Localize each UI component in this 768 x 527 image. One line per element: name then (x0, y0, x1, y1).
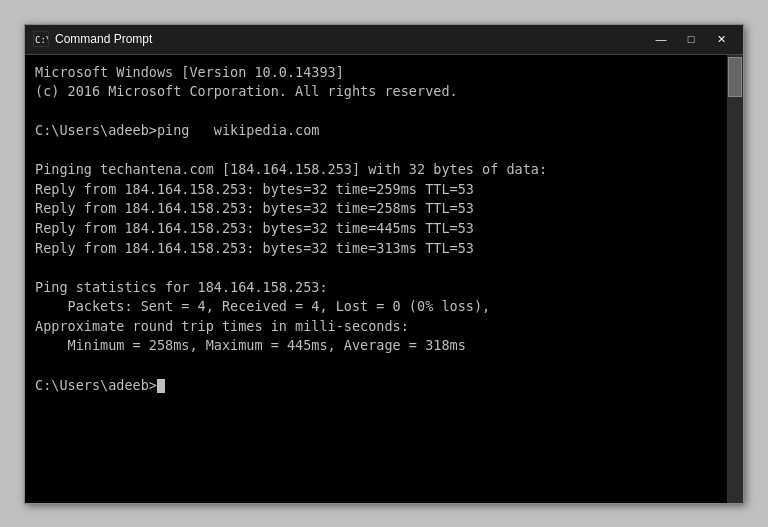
terminal-empty-line (35, 102, 717, 122)
svg-text:C:\: C:\ (35, 35, 48, 45)
terminal-line: Pinging techantena.com [184.164.158.253]… (35, 160, 717, 180)
terminal-empty-line (35, 258, 717, 278)
terminal-line: Reply from 184.164.158.253: bytes=32 tim… (35, 239, 717, 259)
minimize-button[interactable]: — (647, 28, 675, 50)
terminal-empty-line (35, 356, 717, 376)
terminal-line: Approximate round trip times in milli-se… (35, 317, 717, 337)
terminal-line: Reply from 184.164.158.253: bytes=32 tim… (35, 180, 717, 200)
terminal-line: Packets: Sent = 4, Received = 4, Lost = … (35, 297, 717, 317)
title-bar-left: C:\ Command Prompt (33, 31, 152, 47)
terminal-line: Reply from 184.164.158.253: bytes=32 tim… (35, 199, 717, 219)
command-prompt-window: C:\ Command Prompt — □ ✕ Microsoft Windo… (24, 24, 744, 504)
scrollbar-thumb[interactable] (728, 57, 742, 97)
terminal-line: (c) 2016 Microsoft Corporation. All righ… (35, 82, 717, 102)
terminal-line: Reply from 184.164.158.253: bytes=32 tim… (35, 219, 717, 239)
maximize-button[interactable]: □ (677, 28, 705, 50)
terminal-line: Ping statistics for 184.164.158.253: (35, 278, 717, 298)
terminal-line: Microsoft Windows [Version 10.0.14393] (35, 63, 717, 83)
terminal-line: C:\Users\adeeb> (35, 376, 717, 396)
terminal-line: Minimum = 258ms, Maximum = 445ms, Averag… (35, 336, 717, 356)
window-body: Microsoft Windows [Version 10.0.14393](c… (25, 55, 743, 503)
terminal-content[interactable]: Microsoft Windows [Version 10.0.14393](c… (25, 55, 727, 503)
terminal-empty-line (35, 141, 717, 161)
scrollbar[interactable] (727, 55, 743, 503)
close-button[interactable]: ✕ (707, 28, 735, 50)
cmd-icon: C:\ (33, 31, 49, 47)
window-title: Command Prompt (55, 32, 152, 46)
terminal-line: C:\Users\adeeb>ping wikipedia.com (35, 121, 717, 141)
title-bar-buttons: — □ ✕ (647, 28, 735, 50)
title-bar: C:\ Command Prompt — □ ✕ (25, 25, 743, 55)
terminal-cursor (157, 379, 165, 393)
